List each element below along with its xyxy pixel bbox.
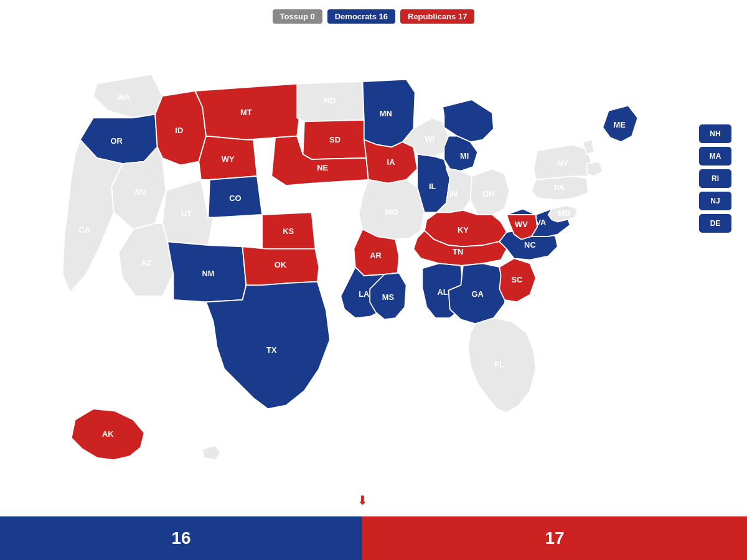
small-states-panel: NH MA RI NJ DE xyxy=(699,124,731,233)
state-CA[interactable] xyxy=(63,140,123,293)
legend: Tossup 0 Democrats 16 Republicans 17 xyxy=(0,9,747,24)
state-ME[interactable] xyxy=(603,106,637,142)
state-UT[interactable] xyxy=(162,180,214,245)
state-CT[interactable] xyxy=(587,162,603,176)
state-MT[interactable] xyxy=(195,84,303,140)
state-MD[interactable] xyxy=(548,205,578,222)
state-CO[interactable] xyxy=(209,176,263,218)
state-ND[interactable] xyxy=(297,82,364,121)
legend-democrats: Democrats 16 xyxy=(327,9,395,24)
us-map: WA OR ID MT NV CA WY CO UT AZ NM ND xyxy=(12,34,735,485)
state-badge-NH[interactable]: NH xyxy=(699,124,731,143)
state-HI[interactable] xyxy=(202,446,220,460)
state-OH[interactable] xyxy=(471,169,510,215)
state-AK[interactable] xyxy=(72,409,144,460)
score-bar-container: 16 17 xyxy=(0,516,747,560)
state-TX[interactable] xyxy=(206,282,330,409)
bar-indicator: ⬇ xyxy=(355,493,370,508)
state-KS[interactable] xyxy=(262,212,315,251)
state-WA[interactable] xyxy=(93,74,162,118)
legend-republicans: Republicans 17 xyxy=(400,9,474,24)
rep-score-bar: 17 xyxy=(362,516,747,560)
state-AZ[interactable] xyxy=(119,223,174,296)
state-OK[interactable] xyxy=(243,246,319,285)
state-MO[interactable] xyxy=(359,180,425,240)
state-badge-DE[interactable]: DE xyxy=(699,214,731,233)
state-SC[interactable] xyxy=(499,258,535,302)
state-WY[interactable] xyxy=(199,136,257,180)
state-NY[interactable] xyxy=(533,145,592,180)
state-FL[interactable] xyxy=(468,318,536,413)
state-badge-MA[interactable]: MA xyxy=(699,147,731,166)
state-ID[interactable] xyxy=(155,91,206,165)
dem-score-bar: 16 xyxy=(0,516,362,560)
legend-tossup: Tossup 0 xyxy=(273,9,322,24)
state-SD[interactable] xyxy=(303,120,367,159)
state-NM[interactable] xyxy=(167,241,246,302)
results-bar: ⬇ 16 17 xyxy=(0,504,747,560)
state-badge-RI[interactable]: RI xyxy=(699,169,731,188)
state-badge-NJ[interactable]: NJ xyxy=(699,192,731,210)
